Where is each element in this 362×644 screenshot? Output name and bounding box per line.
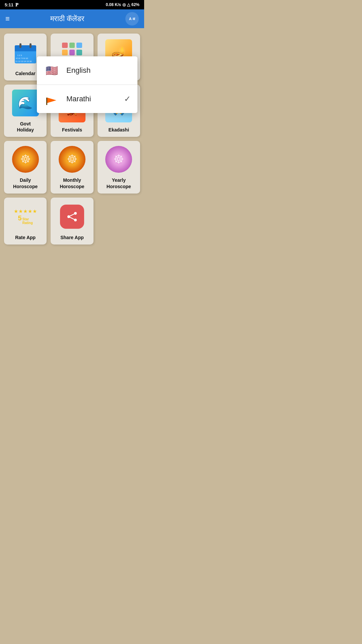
status-signal-bars: △ <box>127 2 130 7</box>
marathi-flag <box>44 91 60 107</box>
language-option-marathi[interactable]: Marathi ✓ <box>37 85 137 113</box>
marathi-label: Marathi <box>66 95 91 103</box>
translate-icon: A अ <box>129 17 135 21</box>
main-content: 🇺🇸 English Marathi ✓ <box>0 28 144 250</box>
svg-rect-6 <box>29 43 32 48</box>
status-time: 5:11 <box>5 2 13 7</box>
status-network: 0.08 K/s <box>106 2 121 7</box>
svg-rect-4 <box>15 49 36 51</box>
english-flag: 🇺🇸 <box>44 62 60 78</box>
status-p-icon: 𝐏 <box>15 2 18 8</box>
translate-button[interactable]: A अ <box>125 12 139 25</box>
status-bar: 5:11 𝐏 0.08 K/s ◎ △ 62% <box>0 0 144 9</box>
svg-rect-0 <box>46 98 47 105</box>
marathi-check-icon: ✓ <box>124 94 131 104</box>
hamburger-menu[interactable]: ≡ <box>5 14 10 23</box>
svg-rect-5 <box>19 43 21 48</box>
language-option-english[interactable]: 🇺🇸 English <box>37 56 137 85</box>
english-label: English <box>66 66 90 75</box>
app-title: मराठी कॅलेंडर <box>50 14 84 23</box>
app-bar: ≡ मराठी कॅलेंडर A अ <box>0 9 144 28</box>
status-left: 5:11 𝐏 <box>5 2 18 8</box>
status-right: 0.08 K/s ◎ △ 62% <box>106 2 139 7</box>
svg-text:1  2  3: 1 2 3 <box>17 54 22 56</box>
svg-marker-1 <box>47 98 56 103</box>
status-battery: 62% <box>131 2 139 7</box>
language-dialog: 🇺🇸 English Marathi ✓ <box>37 56 137 113</box>
status-signal-icon: ◎ <box>122 2 126 7</box>
